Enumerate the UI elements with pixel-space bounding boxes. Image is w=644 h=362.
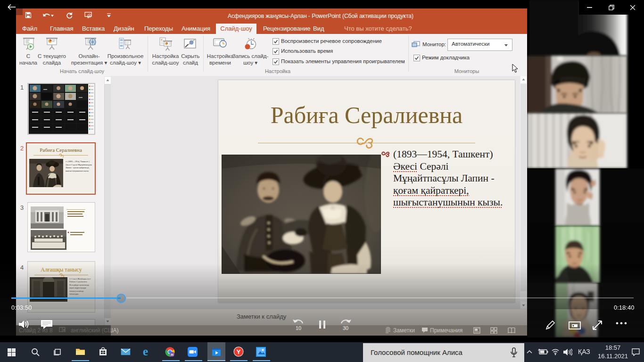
svg-text:10: 10	[296, 325, 301, 331]
svg-text:H: H	[171, 353, 173, 357]
svg-text:30: 30	[343, 325, 348, 331]
svg-text:Y: Y	[236, 348, 240, 355]
